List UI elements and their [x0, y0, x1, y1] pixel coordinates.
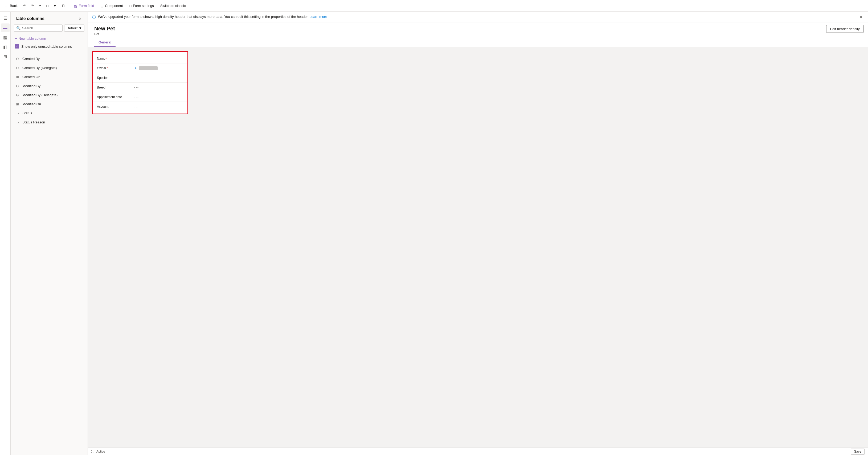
- side-panel: Table columns ✕ 🔍 Default ▼ + New table …: [11, 12, 88, 455]
- column-type-icon: ⊙: [15, 65, 20, 70]
- field-label: Species: [97, 76, 134, 80]
- switch-classic-button[interactable]: Switch to classic: [158, 2, 188, 9]
- learn-more-link[interactable]: Learn more: [309, 15, 327, 19]
- list-item[interactable]: ⊙ Created By (Delegate): [11, 63, 88, 72]
- cut-button[interactable]: ✂: [37, 2, 43, 9]
- rail-layers-button[interactable]: ◧: [1, 42, 9, 51]
- search-row: 🔍 Default ▼: [11, 25, 88, 34]
- search-input[interactable]: [22, 26, 60, 30]
- status-text: Active: [96, 450, 105, 453]
- save-button[interactable]: Save: [851, 449, 865, 454]
- field-value: ⚬: [134, 66, 183, 70]
- field-label: Account: [97, 105, 134, 109]
- column-item-label: Created On: [22, 75, 40, 79]
- column-item-label: Status: [22, 111, 32, 115]
- side-panel-title: Table columns: [15, 16, 44, 21]
- dropdown-chevron-icon: ▼: [79, 26, 82, 30]
- list-item[interactable]: ▭ Status: [11, 109, 88, 118]
- switch-classic-label: Switch to classic: [160, 4, 186, 8]
- rail-menu-button[interactable]: ☰: [1, 14, 9, 22]
- form-settings-button[interactable]: □ Form settings: [127, 2, 157, 9]
- owner-name-placeholder: [139, 66, 158, 70]
- component-button[interactable]: ⊞ Component: [98, 2, 125, 9]
- column-type-icon: ⊙: [15, 83, 20, 88]
- list-item[interactable]: ▭ Status Reason: [11, 118, 88, 126]
- form-header-area: New Pet Pet General: [88, 22, 868, 47]
- undo-button[interactable]: ↶: [21, 2, 28, 9]
- rail-components-button[interactable]: ▩: [1, 33, 9, 41]
- list-item[interactable]: ⊞ Modified On: [11, 99, 88, 109]
- component-label: Component: [105, 4, 123, 8]
- show-unused-checkbox[interactable]: ✓: [15, 44, 19, 49]
- field-dots: ---: [134, 57, 139, 60]
- rail-columns-button[interactable]: ▬: [1, 24, 9, 32]
- expand-icon[interactable]: ⛶: [91, 450, 94, 453]
- form-field-row[interactable]: Breed ---: [93, 83, 187, 92]
- default-label: Default: [67, 26, 78, 30]
- form-settings-label: Form settings: [133, 4, 154, 8]
- rail-component-icon: ▩: [3, 35, 7, 40]
- list-item[interactable]: ⊞ Created On: [11, 72, 88, 81]
- form-field-button[interactable]: ▩ Form field: [71, 2, 97, 9]
- column-item-label: Created By (Delegate): [22, 66, 57, 70]
- field-value: ---: [134, 95, 183, 99]
- form-field-row[interactable]: Appointment date ---: [93, 92, 187, 102]
- form-body: Name* --- Owner* ⚬ Species --- Breed ---…: [88, 47, 868, 207]
- columns-divider: [11, 52, 88, 52]
- show-unused-checkbox-row[interactable]: ✓ Show only unused table columns: [11, 42, 88, 52]
- form-field-row[interactable]: Species ---: [93, 73, 187, 83]
- column-type-icon: ⊞: [15, 102, 20, 106]
- tab-general[interactable]: General: [94, 38, 116, 47]
- field-dots: ---: [134, 86, 139, 89]
- redo-button[interactable]: ↷: [29, 2, 36, 9]
- list-item[interactable]: ⊙ Modified By: [11, 81, 88, 90]
- content-area: ⓘ We've upgraded your form to show a hig…: [88, 12, 868, 455]
- form-field-row[interactable]: Account ---: [93, 102, 187, 111]
- column-type-icon: ▭: [15, 111, 20, 115]
- field-value: ---: [134, 105, 183, 109]
- delete-icon: 🗑: [62, 4, 65, 8]
- required-star: *: [106, 57, 107, 60]
- side-panel-header: Table columns ✕: [11, 12, 88, 25]
- search-icon: 🔍: [16, 26, 21, 30]
- field-label: Owner*: [97, 66, 134, 70]
- form-field-row[interactable]: Owner* ⚬: [93, 63, 187, 73]
- field-dots: ---: [134, 95, 139, 99]
- field-value: ---: [134, 85, 183, 89]
- component-icon: ⊞: [100, 4, 103, 8]
- more-button[interactable]: ▼: [52, 2, 59, 9]
- form-title: New Pet: [94, 26, 862, 32]
- back-label: Back: [10, 4, 18, 8]
- delete-button[interactable]: 🗑: [60, 2, 67, 9]
- edit-header-density-button[interactable]: Edit header density: [826, 25, 864, 33]
- field-value: ---: [134, 76, 183, 80]
- rail-data-button[interactable]: ⊞: [1, 52, 9, 61]
- field-dots: ---: [134, 76, 139, 80]
- cut-icon: ✂: [39, 4, 41, 8]
- column-item-label: Modified By: [22, 84, 40, 88]
- field-value: ---: [134, 57, 183, 60]
- status-left: ⛶ Active: [91, 450, 105, 453]
- column-item-label: Modified By (Delegate): [22, 93, 58, 97]
- column-type-icon: ⊞: [15, 74, 20, 79]
- list-item[interactable]: ⊙ Created By: [11, 54, 88, 63]
- close-panel-button[interactable]: ✕: [77, 16, 83, 22]
- copy-icon: □: [46, 4, 49, 8]
- search-box[interactable]: 🔍: [14, 25, 63, 32]
- new-column-button[interactable]: + New table column: [11, 34, 88, 42]
- column-type-icon: ▭: [15, 120, 20, 124]
- layers-icon: ◧: [3, 45, 7, 50]
- list-item[interactable]: ⊙ Modified By (Delegate): [11, 90, 88, 99]
- form-field-row[interactable]: Name* ---: [93, 54, 187, 63]
- field-label: Breed: [97, 86, 134, 89]
- form-canvas: Edit header density New Pet Pet General …: [88, 22, 868, 448]
- undo-icon: ↶: [23, 4, 26, 8]
- copy-button[interactable]: □: [44, 2, 50, 9]
- column-item-label: Status Reason: [22, 120, 45, 124]
- back-button[interactable]: ← Back: [2, 2, 20, 9]
- info-close-button[interactable]: ✕: [858, 15, 864, 20]
- form-field-icon: ▩: [74, 4, 78, 8]
- redo-icon: ↷: [31, 4, 34, 8]
- toolbar: ← Back ↶ ↷ ✂ □ ▼ 🗑 ▩ Form field ⊞ Compon…: [0, 0, 868, 12]
- default-dropdown[interactable]: Default ▼: [64, 25, 84, 32]
